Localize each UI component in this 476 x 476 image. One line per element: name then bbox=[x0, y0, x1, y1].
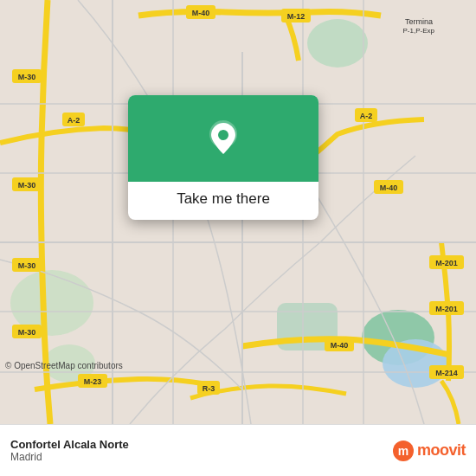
svg-text:M-30: M-30 bbox=[18, 328, 36, 337]
svg-text:Termina: Termina bbox=[405, 17, 433, 26]
popup-green-area bbox=[128, 95, 318, 182]
place-info: Confortel Alcala Norte Madrid bbox=[10, 438, 129, 463]
svg-text:M-30: M-30 bbox=[18, 181, 36, 190]
svg-text:A-2: A-2 bbox=[68, 116, 80, 125]
popup-card[interactable]: Take me there bbox=[128, 95, 318, 220]
moovit-text: moovit bbox=[417, 441, 466, 460]
svg-text:M-201: M-201 bbox=[435, 305, 458, 313]
popup-label: Take me there bbox=[163, 182, 284, 220]
svg-text:M-23: M-23 bbox=[84, 377, 102, 386]
bottom-bar: Confortel Alcala Norte Madrid m moovit bbox=[0, 424, 476, 476]
place-city: Madrid bbox=[10, 451, 42, 463]
place-name: Confortel Alcala Norte bbox=[10, 438, 129, 451]
svg-text:M-12: M-12 bbox=[287, 12, 306, 21]
moovit-m-icon: m bbox=[393, 441, 414, 461]
location-pin-icon bbox=[204, 119, 242, 158]
map-attribution: © OpenStreetMap contributors bbox=[5, 361, 123, 370]
svg-text:M-30: M-30 bbox=[18, 73, 36, 81]
svg-text:A-2: A-2 bbox=[360, 112, 373, 120]
svg-text:R-3: R-3 bbox=[203, 384, 215, 393]
moovit-logo: m moovit bbox=[393, 441, 466, 461]
svg-text:M-40: M-40 bbox=[331, 341, 349, 350]
svg-text:M-201: M-201 bbox=[435, 259, 458, 267]
svg-text:M-30: M-30 bbox=[18, 261, 36, 270]
map-container: M-40 M-12 M-30 A-2 A-2 A-2 M-30 M-40 M-3… bbox=[0, 0, 476, 424]
svg-text:M-214: M-214 bbox=[435, 369, 458, 377]
svg-text:M-40: M-40 bbox=[192, 9, 210, 17]
svg-point-52 bbox=[218, 130, 228, 140]
svg-point-5 bbox=[307, 19, 368, 68]
svg-text:M-40: M-40 bbox=[380, 183, 398, 192]
svg-text:P-1,P-Exp: P-1,P-Exp bbox=[403, 27, 435, 35]
